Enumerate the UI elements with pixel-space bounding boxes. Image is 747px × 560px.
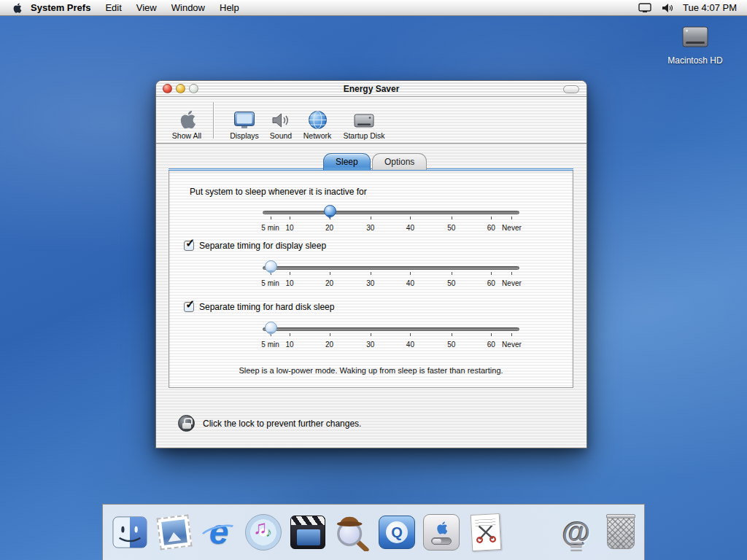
slider-tick-label: 5 min (261, 341, 279, 349)
dock-separator (512, 510, 550, 554)
slider-tick-label: 50 (447, 341, 455, 349)
slider-tick-label: 60 (487, 341, 495, 349)
sound-label: Sound (265, 131, 297, 140)
hard-disk-sleep-checkbox-label: Separate timing for hard disk sleep (199, 302, 334, 312)
slider-tick-label: 10 (285, 224, 293, 232)
collapse-widget[interactable] (563, 85, 579, 93)
dock-sherlock-icon[interactable] (334, 513, 371, 552)
spring-icon (570, 542, 582, 551)
volume-menu-icon[interactable] (662, 3, 673, 13)
stamp-icon (156, 514, 192, 550)
tab-sleep[interactable]: Sleep (323, 153, 371, 170)
system-sleep-prompt: Put system to sleep whenever it is inact… (190, 187, 367, 197)
music-note-icon: ♪ (266, 525, 272, 540)
tab-options[interactable]: Options (372, 153, 427, 170)
slider-tick-label: 20 (325, 224, 333, 232)
menu-edit[interactable]: Edit (98, 0, 128, 16)
displays-menu-icon[interactable] (638, 3, 651, 13)
display-sleep-checkbox-label: Separate timing for display sleep (199, 241, 326, 251)
toolbar-divider (213, 102, 214, 139)
dock-system-preferences-icon[interactable] (423, 513, 460, 552)
finder-face-icon (112, 515, 148, 550)
show-all-button[interactable]: Show All (166, 105, 207, 140)
window-title: Energy Saver (156, 81, 587, 97)
dock-mail-icon[interactable] (156, 513, 193, 552)
magnifying-glass-icon (334, 513, 371, 551)
startup-disk-label: Startup Disk (338, 131, 390, 140)
sleep-footnote: Sleep is a low-power mode. Waking up fro… (169, 366, 573, 375)
sound-button[interactable]: Sound (265, 105, 297, 140)
slider-tick-labels: 5 min102030405060Never (263, 323, 519, 338)
apple-icon (435, 521, 448, 535)
slider-tick-label: 50 (447, 224, 455, 232)
show-all-apple-icon (166, 105, 207, 130)
slider-tick-label: 30 (366, 341, 374, 349)
dock-quicktime-icon[interactable]: Q (379, 513, 415, 552)
slider-tick-label: 50 (447, 279, 455, 287)
dock-imovie-icon[interactable] (290, 513, 326, 552)
slider-tick-label: 10 (285, 279, 293, 287)
startup-disk-icon (338, 105, 390, 130)
menu-help[interactable]: Help (212, 0, 247, 16)
wire-trash-basket-icon (607, 516, 635, 549)
dock-finder-icon[interactable] (112, 513, 148, 552)
slider-tick-label: 20 (325, 341, 333, 349)
clipping-document-icon (471, 513, 502, 551)
title-bar[interactable]: Energy Saver (156, 81, 587, 97)
dock-mac-os-x-link-icon[interactable]: @ (558, 513, 595, 552)
menu-clock[interactable]: Tue 4:07 PM (683, 2, 737, 13)
energy-saver-window: Energy Saver Show All (155, 80, 587, 448)
slider-tick-labels: 5 min102030405060Never (263, 262, 519, 276)
displays-button[interactable]: Displays (224, 105, 265, 140)
display-sleep-checkbox[interactable]: ✓ (184, 241, 194, 251)
slider-tick-label: Never (502, 341, 522, 349)
menu-view[interactable]: View (129, 0, 164, 16)
slider-tick-label: 40 (406, 341, 414, 349)
dock-internet-explorer-icon[interactable]: e (201, 513, 237, 552)
hard-disk-sleep-checkbox[interactable]: ✓ (184, 302, 194, 312)
hard-drive-icon (680, 25, 711, 54)
apple-menu[interactable] (7, 0, 26, 16)
sound-icon (265, 105, 297, 130)
macintosh-hd-desktop-icon[interactable]: Macintosh HD (667, 25, 724, 66)
quicktime-tv-icon: Q (379, 516, 415, 549)
slider-tick-label: 30 (366, 224, 374, 232)
slider-tick-label: 5 min (261, 224, 279, 232)
dock-trash-icon[interactable] (603, 513, 639, 552)
network-button[interactable]: Network (297, 105, 338, 140)
toggle-switch-icon (431, 537, 452, 545)
startup-disk-button[interactable]: Startup Disk (338, 105, 390, 140)
dock-grab-icon[interactable] (468, 513, 504, 552)
slider-tick-label: Never (502, 279, 522, 287)
macintosh-hd-label: Macintosh HD (667, 55, 724, 66)
tab-bar-line (169, 168, 573, 171)
display-sleep-slider: 5 min102030405060Never (263, 262, 519, 292)
lock-row: Click the lock to prevent further change… (178, 415, 361, 432)
menu-system-prefs[interactable]: System Prefs (26, 0, 98, 16)
slider-tick-label: 60 (487, 279, 495, 287)
network-label: Network (297, 131, 338, 140)
network-globe-icon (297, 105, 338, 130)
dock-itunes-icon[interactable]: ♫ ♪ (245, 513, 282, 552)
menu-window[interactable]: Window (164, 0, 212, 16)
system-sleep-slider: 5 min102030405060Never (263, 206, 519, 237)
hard-disk-sleep-slider: 5 min102030405060Never (263, 323, 519, 354)
slider-tick-labels: 5 min102030405060Never (263, 206, 519, 221)
lock-icon[interactable] (178, 415, 195, 432)
displays-icon (224, 105, 265, 130)
checkmark-icon: ✓ (185, 236, 195, 250)
slider-tick-label: 40 (406, 224, 414, 232)
slider-tick-label: 60 (487, 224, 495, 232)
displays-label: Displays (224, 131, 265, 140)
menu-bar: System Prefs Edit View Window Help Tue 4… (0, 0, 747, 16)
display-sleep-row: ✓ Separate timing for display sleep (184, 241, 326, 251)
hard-disk-sleep-row: ✓ Separate timing for hard disk sleep (184, 302, 334, 312)
slider-tick-label: 30 (366, 279, 374, 287)
slider-tick-label: 20 (325, 279, 333, 287)
lock-hint-text: Click the lock to prevent further change… (203, 419, 361, 429)
clapperboard-icon (290, 516, 325, 549)
sleep-panel: Put system to sleep whenever it is inact… (169, 171, 573, 388)
preferences-panel-icon (423, 514, 460, 551)
apple-icon (12, 2, 22, 14)
slider-tick-label: 10 (285, 341, 293, 349)
